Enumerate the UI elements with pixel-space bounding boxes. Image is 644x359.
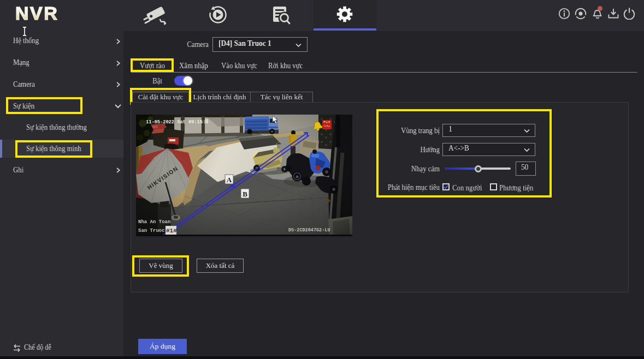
svg-text:A: A	[227, 176, 232, 184]
svg-text:B: B	[243, 190, 247, 198]
svg-text:11-05-2022 Sat 09:15:3: 11-05-2022 Sat 09:15:3	[146, 119, 208, 125]
svg-text:Nha An Toan: Nha An Toan	[138, 219, 170, 225]
svg-text:DS-2CD2047G2-LU: DS-2CD2047G2-LU	[288, 228, 330, 233]
svg-text:San Truoc: San Truoc	[138, 228, 165, 234]
svg-text:#1#: #1#	[166, 228, 177, 234]
